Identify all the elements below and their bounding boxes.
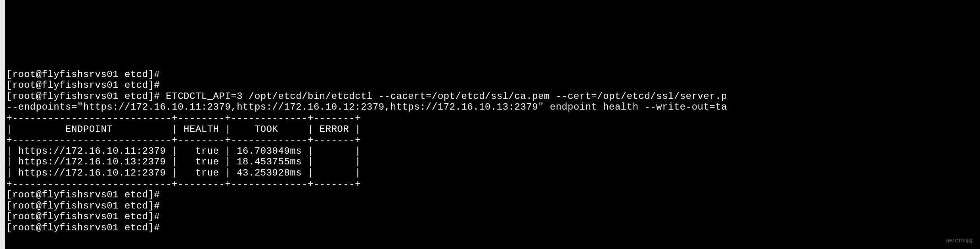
table-border: +---------------------------+--------+--… xyxy=(6,113,980,124)
table-row: | https://172.16.10.13:2379 | true | 18.… xyxy=(6,156,980,168)
shell-prompt: [root@flyfishsrvs01 etcd]# xyxy=(6,91,160,102)
scrollbar-indicator[interactable] xyxy=(0,0,5,249)
shell-prompt: [root@flyfishsrvs01 etcd]# xyxy=(6,189,160,200)
table-border: +---------------------------+--------+--… xyxy=(6,135,980,146)
watermark-text: @51CTO博客 xyxy=(946,238,973,243)
terminal-output[interactable]: [root@flyfishsrvs01 etcd]#[root@flyfishs… xyxy=(6,69,980,234)
prompt-line: [root@flyfishsrvs01 etcd]# xyxy=(6,211,980,222)
prompt-line: [root@flyfishsrvs01 etcd]# xyxy=(6,222,980,234)
prompt-line: [root@flyfishsrvs01 etcd]# xyxy=(6,80,980,91)
prompt-line: [root@flyfishsrvs01 etcd]# xyxy=(6,69,980,80)
shell-prompt: [root@flyfishsrvs01 etcd]# xyxy=(6,201,160,211)
table-header: | ENDPOINT | HEALTH | TOOK | ERROR | xyxy=(6,124,980,135)
command-continuation: --endpoints="https://172.16.10.11:2379,h… xyxy=(6,102,980,113)
shell-prompt: [root@flyfishsrvs01 etcd]# xyxy=(6,80,160,91)
table-border: +---------------------------+--------+--… xyxy=(6,179,980,190)
command-text: ETCDCTL_API=3 /opt/etcd/bin/etcdctl --ca… xyxy=(160,91,727,102)
shell-prompt: [root@flyfishsrvs01 etcd]# xyxy=(6,222,160,233)
prompt-line: [root@flyfishsrvs01 etcd]# xyxy=(6,189,980,201)
command-line: [root@flyfishsrvs01 etcd]# ETCDCTL_API=3… xyxy=(6,91,980,102)
table-row: | https://172.16.10.11:2379 | true | 16.… xyxy=(6,146,980,157)
table-row: | https://172.16.10.12:2379 | true | 43.… xyxy=(6,168,980,179)
shell-prompt: [root@flyfishsrvs01 etcd]# xyxy=(6,211,160,222)
shell-prompt: [root@flyfishsrvs01 etcd]# xyxy=(6,69,160,80)
prompt-line: [root@flyfishsrvs01 etcd]# xyxy=(6,201,980,212)
